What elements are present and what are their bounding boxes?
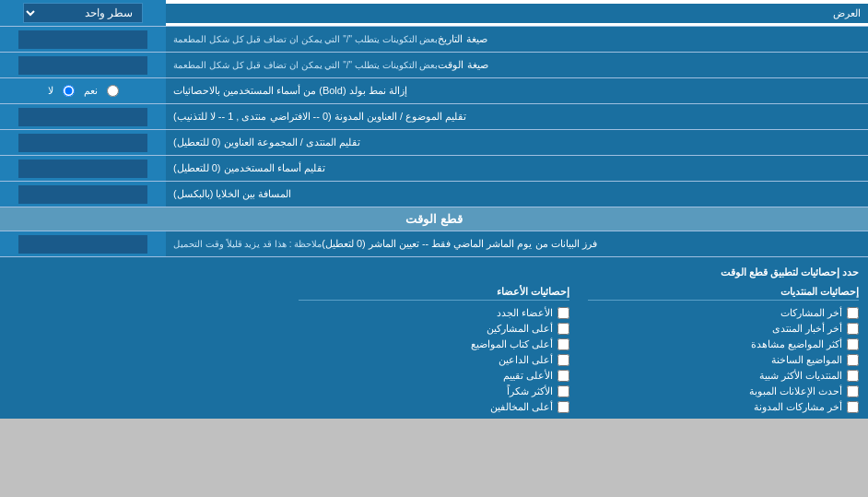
user-names-input-wrap: 0 xyxy=(0,156,166,181)
forum-stat-1-checkbox[interactable] xyxy=(847,323,859,335)
stats-header: حدد إحصائيات لتطبيق قطع الوقت xyxy=(9,263,859,284)
forum-stat-6-checkbox[interactable] xyxy=(847,401,859,413)
display-select-wrap: سطر واحدسطرينثلاثة أسطر xyxy=(0,0,166,26)
member-stat-1-label[interactable]: أعلى المشاركين xyxy=(487,323,553,335)
time-format-input[interactable]: H:i xyxy=(18,56,147,75)
forum-stat-2-label[interactable]: أكثر المواضيع مشاهدة xyxy=(751,338,842,350)
forum-stat-4-checkbox[interactable] xyxy=(847,370,859,382)
forum-titles-input-wrap: 33 xyxy=(0,130,166,155)
cell-spacing-label: المسافة بين الخلايا (بالبكسل) xyxy=(166,182,868,207)
cutoff-days-input-wrap: 0 xyxy=(0,231,166,256)
bold-remove-label: إزالة نمط بولد (Bold) من أسماء المستخدمي… xyxy=(166,78,868,103)
member-stat-5-checkbox[interactable] xyxy=(557,385,569,397)
bold-yes-radio[interactable] xyxy=(107,85,119,97)
member-stat-6-checkbox[interactable] xyxy=(557,401,569,413)
time-format-label: صيغة الوقت بعض التكوينات يتطلب "/" التي … xyxy=(166,53,868,77)
member-stat-2-checkbox[interactable] xyxy=(557,338,569,350)
time-format-row: صيغة الوقت بعض التكوينات يتطلب "/" التي … xyxy=(0,53,868,78)
list-item: المنتديات الأكثر شبية xyxy=(588,370,859,382)
display-row: العرض سطر واحدسطرينثلاثة أسطر xyxy=(0,0,868,27)
forum-stat-5-label[interactable]: أحدث الإعلانات المبوبة xyxy=(749,385,842,397)
bold-yes-label[interactable]: نعم xyxy=(84,85,98,97)
member-stat-5-label[interactable]: الأكثر شكراً xyxy=(507,385,553,397)
stats-col-forums-header: إحصائيات المنتديات xyxy=(588,284,859,301)
list-item: أخر أخبار المنتدى xyxy=(588,323,859,335)
forum-stat-1-label[interactable]: أخر أخبار المنتدى xyxy=(772,323,842,335)
list-item: أحدث الإعلانات المبوبة xyxy=(588,385,859,397)
cell-spacing-row: المسافة بين الخلايا (بالبكسل) 2 xyxy=(0,182,868,207)
display-select[interactable]: سطر واحدسطرينثلاثة أسطر xyxy=(23,3,143,23)
list-item: أعلى الداعين xyxy=(299,354,569,366)
member-stat-2-label[interactable]: أعلى كتاب المواضيع xyxy=(471,338,553,350)
topic-titles-label: تقليم الموضوع / العناوين المدونة (0 -- ا… xyxy=(166,104,868,129)
member-stat-0-label[interactable]: الأعضاء الجدد xyxy=(497,307,553,319)
list-item: أعلى كتاب المواضيع xyxy=(299,338,569,350)
bold-radio-group: نعم لا xyxy=(41,85,126,97)
user-names-label: تقليم أسماء المستخدمين (0 للتعطيل) xyxy=(166,156,868,181)
topic-titles-input-wrap: 33 xyxy=(0,104,166,129)
stats-col-members: إحصائيات الأعضاء الأعضاء الجدد أعلى المش… xyxy=(299,284,569,413)
cell-spacing-input[interactable]: 2 xyxy=(18,185,147,204)
topic-titles-row: تقليم الموضوع / العناوين المدونة (0 -- ا… xyxy=(0,104,868,130)
list-item: المواضيع الساخنة xyxy=(588,354,859,366)
forum-titles-label: تقليم المنتدى / المجموعة العناوين (0 للت… xyxy=(166,130,868,155)
checkboxes-grid: إحصائيات المنتديات أخر المشاركات أخر أخب… xyxy=(9,284,859,413)
member-stat-3-label[interactable]: أعلى الداعين xyxy=(499,354,553,366)
list-item: أكثر المواضيع مشاهدة xyxy=(588,338,859,350)
forum-stat-5-checkbox[interactable] xyxy=(847,385,859,397)
cutoff-section-header: قطع الوقت xyxy=(0,207,868,231)
forum-titles-row: تقليم المنتدى / المجموعة العناوين (0 للت… xyxy=(0,130,868,156)
bold-remove-radio-wrap: نعم لا xyxy=(0,78,166,103)
forum-stat-0-checkbox[interactable] xyxy=(847,307,859,319)
date-format-label: صيغة التاريخ بعض التكوينات يتطلب "/" الت… xyxy=(166,27,868,52)
list-item: الأكثر شكراً xyxy=(299,385,569,397)
topic-titles-input[interactable]: 33 xyxy=(18,108,147,126)
member-stat-3-checkbox[interactable] xyxy=(557,354,569,366)
forum-stat-3-checkbox[interactable] xyxy=(847,354,859,366)
forum-titles-input[interactable]: 33 xyxy=(18,134,147,152)
forum-stat-4-label[interactable]: المنتديات الأكثر شبية xyxy=(759,370,842,382)
list-item: أخر المشاركات xyxy=(588,307,859,319)
forum-stat-3-label[interactable]: المواضيع الساخنة xyxy=(771,354,842,366)
cutoff-days-input[interactable]: 0 xyxy=(18,235,147,254)
list-item: الأعضاء الجدد xyxy=(299,307,569,319)
list-item: الأعلى تقييم xyxy=(299,370,569,382)
stats-col-empty xyxy=(9,284,280,413)
bold-no-label[interactable]: لا xyxy=(48,85,53,97)
cutoff-days-label: فرز البيانات من يوم الماشر الماضي فقط --… xyxy=(166,231,868,256)
date-format-input-wrap: d-m xyxy=(0,27,166,52)
forum-stat-0-label[interactable]: أخر المشاركات xyxy=(780,307,842,319)
date-format-input[interactable]: d-m xyxy=(18,30,147,49)
bold-remove-row: إزالة نمط بولد (Bold) من أسماء المستخدمي… xyxy=(0,78,868,104)
stats-col-members-header: إحصائيات الأعضاء xyxy=(299,284,569,301)
date-format-row: صيغة التاريخ بعض التكوينات يتطلب "/" الت… xyxy=(0,27,868,53)
list-item: أعلى المشاركين xyxy=(299,323,569,335)
user-names-input[interactable]: 0 xyxy=(18,160,147,178)
member-stat-4-checkbox[interactable] xyxy=(557,370,569,382)
forum-stat-6-label[interactable]: أخر مشاركات المدونة xyxy=(754,401,842,413)
cell-spacing-input-wrap: 2 xyxy=(0,182,166,207)
user-names-row: تقليم أسماء المستخدمين (0 للتعطيل) 0 xyxy=(0,156,868,182)
member-stat-6-label[interactable]: أعلى المخالفين xyxy=(490,401,553,413)
bold-no-radio[interactable] xyxy=(63,85,75,97)
forum-stat-2-checkbox[interactable] xyxy=(847,338,859,350)
main-container: العرض سطر واحدسطرينثلاثة أسطر صيغة التار… xyxy=(0,0,868,419)
stats-col-forums: إحصائيات المنتديات أخر المشاركات أخر أخب… xyxy=(588,284,859,413)
time-format-input-wrap: H:i xyxy=(0,53,166,77)
cutoff-days-row: فرز البيانات من يوم الماشر الماضي فقط --… xyxy=(0,231,868,257)
member-stat-0-checkbox[interactable] xyxy=(557,307,569,319)
list-item: أخر مشاركات المدونة xyxy=(588,401,859,413)
display-label: العرض xyxy=(166,4,868,23)
member-stat-1-checkbox[interactable] xyxy=(557,323,569,335)
stats-section: حدد إحصائيات لتطبيق قطع الوقت إحصائيات ا… xyxy=(0,257,868,419)
list-item: أعلى المخالفين xyxy=(299,401,569,413)
member-stat-4-label[interactable]: الأعلى تقييم xyxy=(503,370,553,382)
